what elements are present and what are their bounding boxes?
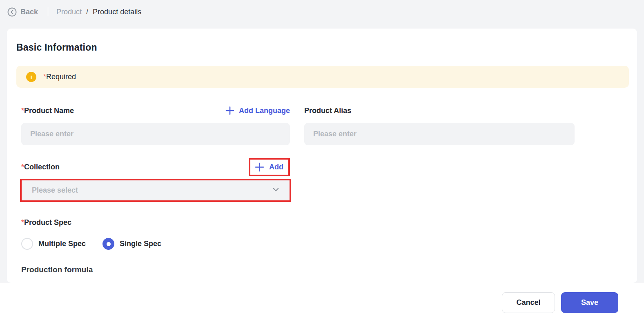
save-button[interactable]: Save <box>561 292 618 313</box>
add-language-button[interactable]: Add Language <box>225 106 290 115</box>
breadcrumb-divider <box>48 7 48 16</box>
collection-select-placeholder: Please select <box>32 186 78 195</box>
breadcrumb-separator: / <box>86 8 88 16</box>
add-language-label: Add Language <box>239 107 290 115</box>
product-spec-label: *Product Spec <box>21 218 629 227</box>
add-collection-annotation: Add <box>249 158 290 176</box>
page-title: Basic Information <box>16 29 629 53</box>
product-alias-label: Product Alias <box>304 107 351 115</box>
form-area: *Product Name Add Language Product Alias <box>21 105 629 274</box>
radio-single-spec[interactable]: Single Spec <box>103 238 161 250</box>
back-label: Back <box>20 8 38 16</box>
radio-multiple-spec-label: Multiple Spec <box>38 240 86 248</box>
product-name-field: *Product Name Add Language <box>21 105 290 145</box>
product-alias-field: Product Alias <box>304 105 575 145</box>
add-collection-button[interactable]: Add <box>255 162 283 172</box>
product-name-header: *Product Name Add Language <box>21 105 290 116</box>
chevron-left-circle-icon <box>7 7 17 17</box>
breadcrumb-item-current: Product details <box>93 8 141 16</box>
info-icon: i <box>26 72 36 82</box>
required-mark: * <box>43 73 46 81</box>
production-formula-heading: Production formula <box>21 265 629 274</box>
add-collection-label: Add <box>269 163 283 171</box>
back-button[interactable]: Back <box>7 7 38 17</box>
product-spec-radio-group: Multiple Spec Single Spec <box>21 238 629 250</box>
radio-unchecked-icon[interactable] <box>21 238 33 250</box>
cancel-button[interactable]: Cancel <box>502 292 555 313</box>
product-name-label: *Product Name <box>21 107 74 115</box>
breadcrumb-item-product[interactable]: Product <box>56 8 82 16</box>
breadcrumb: Back Product / Product details <box>0 0 644 29</box>
collection-header: *Collection Add <box>21 158 290 176</box>
radio-checked-icon[interactable] <box>103 238 114 250</box>
required-banner: i *Required <box>16 66 629 88</box>
collection-field: *Collection Add Please select <box>21 158 290 202</box>
product-name-input[interactable] <box>21 123 290 145</box>
plus-icon <box>255 162 264 172</box>
form-row-name-alias: *Product Name Add Language Product Alias <box>21 105 629 145</box>
collection-select-annotation: Please select <box>20 179 291 202</box>
footer-action-bar: Cancel Save <box>0 283 644 322</box>
radio-single-spec-label: Single Spec <box>120 240 161 248</box>
chevron-down-icon <box>272 185 280 195</box>
product-alias-input[interactable] <box>304 123 575 145</box>
radio-multiple-spec[interactable]: Multiple Spec <box>21 238 86 250</box>
product-alias-header: Product Alias <box>304 105 575 116</box>
collection-select[interactable]: Please select <box>22 180 290 200</box>
collection-label: *Collection <box>21 163 60 171</box>
basic-information-card: Basic Information i *Required *Product N… <box>7 29 637 283</box>
plus-icon <box>225 106 234 115</box>
required-banner-text: *Required <box>43 73 76 81</box>
